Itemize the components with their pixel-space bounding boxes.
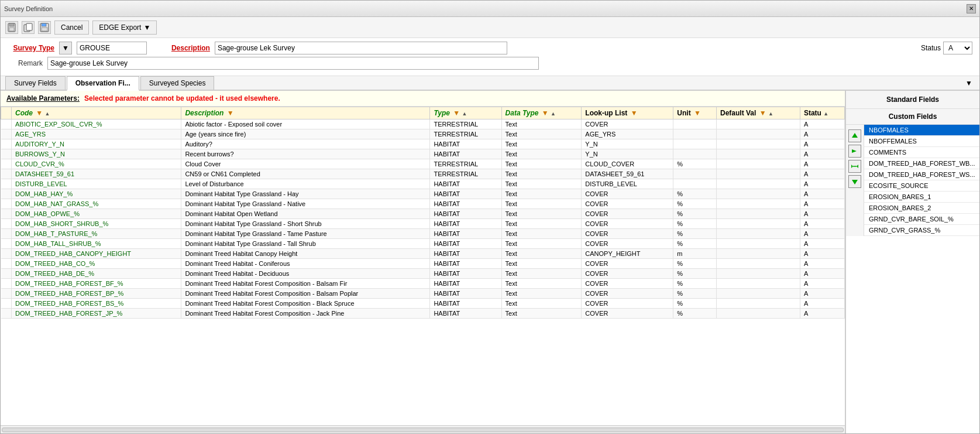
table-row[interactable]: DOM_TREED_HAB_CANOPY_HEIGHT Dominant Tre…: [1, 249, 845, 259]
col-header-default-val[interactable]: Default Val ▼ ▲: [717, 107, 800, 119]
dtype-filter-icon: ▼: [542, 109, 549, 117]
move-left-right-button[interactable]: [848, 160, 861, 173]
svg-marker-10: [851, 165, 853, 168]
table-row[interactable]: AGE_YRS Age (years since fire) TERRESTRI…: [1, 129, 845, 139]
table-row[interactable]: CLOUD_CVR_% Cloud Cover TERRESTRIAL Text…: [1, 159, 845, 169]
row-selector[interactable]: [1, 309, 12, 319]
table-row[interactable]: ABIOTIC_EXP_SOIL_CVR_% Abiotic factor - …: [1, 119, 845, 129]
custom-field-item[interactable]: GRND_CVR_GRASS_%: [864, 225, 979, 236]
col-header-description[interactable]: Description ▼: [181, 107, 430, 119]
description-input[interactable]: [215, 42, 507, 54]
table-row[interactable]: DOM_TREED_HAB_FOREST_BS_% Dominant Treed…: [1, 299, 845, 309]
cell-code: DOM_TREED_HAB_FOREST_BP_%: [12, 289, 181, 299]
cell-description: Dominant Habitat Type Grassland - Tame P…: [181, 229, 430, 239]
table-row[interactable]: DOM_HAB_OPWE_% Dominant Habitat Open Wet…: [1, 209, 845, 219]
row-selector[interactable]: [1, 259, 12, 269]
row-selector[interactable]: [1, 129, 12, 139]
row-selector[interactable]: [1, 269, 12, 279]
custom-field-item[interactable]: NBOFFEMALES: [864, 136, 979, 147]
save-icon[interactable]: [5, 21, 18, 34]
cell-unit: %: [673, 159, 717, 169]
cell-type: TERRESTRIAL: [430, 169, 501, 179]
status-select[interactable]: A I: [943, 42, 972, 54]
cell-lookup: CANOPY_HEIGHT: [582, 249, 673, 259]
row-selector[interactable]: [1, 179, 12, 189]
cancel-button[interactable]: Cancel: [54, 20, 89, 35]
survey-type-label[interactable]: Survey Type: [8, 44, 54, 52]
close-button[interactable]: ✕: [967, 4, 976, 13]
scrollbar-track[interactable]: [2, 428, 844, 432]
svg-rect-7: [42, 28, 47, 31]
remark-input[interactable]: [47, 57, 539, 70]
cell-type: HABITAT: [430, 299, 501, 309]
row-selector[interactable]: [1, 219, 12, 229]
cell-lookup: COVER: [582, 309, 673, 319]
row-selector[interactable]: [1, 159, 12, 169]
survey-type-dropdown[interactable]: ▼: [59, 42, 72, 54]
col-header-lookup[interactable]: Look-up List ▼: [582, 107, 673, 119]
row-selector[interactable]: [1, 289, 12, 299]
col-header-unit[interactable]: Unit ▼: [673, 107, 717, 119]
custom-fields-title: Custom Fields: [846, 109, 979, 125]
table-row[interactable]: DISTURB_LEVEL Level of Disturbance HABIT…: [1, 179, 845, 189]
col-header-status[interactable]: Statu ▲: [800, 107, 844, 119]
custom-field-item[interactable]: GRND_CVR_BARE_SOIL_%: [864, 214, 979, 225]
custom-field-item[interactable]: EROSION_BARES_1: [864, 192, 979, 203]
horizontal-scrollbar[interactable]: [1, 425, 845, 433]
custom-field-item[interactable]: ECOSITE_SOURCE: [864, 180, 979, 192]
table-row[interactable]: DOM_TREED_HAB_CO_% Dominant Treed Habita…: [1, 259, 845, 269]
tab-survey-fields[interactable]: Survey Fields: [5, 76, 66, 90]
table-row[interactable]: DOM_HAB_SHORT_SHRUB_% Dominant Habitat T…: [1, 219, 845, 229]
cell-data-type: Text: [501, 179, 582, 189]
row-selector[interactable]: [1, 119, 12, 129]
row-selector[interactable]: [1, 199, 12, 209]
tab-observation-fi[interactable]: Observation Fi...: [67, 76, 139, 91]
table-row[interactable]: DOM_HAB_NAT_GRASS_% Dominant Habitat Typ…: [1, 199, 845, 209]
table-row[interactable]: DOM_TREED_HAB_FOREST_BF_% Dominant Treed…: [1, 279, 845, 289]
params-table-container[interactable]: Code ▼ ▲ Description ▼ Type ▼ ▲: [1, 107, 845, 425]
table-row[interactable]: DOM_HAB_T_PASTURE_% Dominant Habitat Typ…: [1, 229, 845, 239]
table-row[interactable]: AUDITORY_Y_N Auditory? HABITAT Text Y_N …: [1, 139, 845, 149]
custom-field-item[interactable]: NBOFMALES: [864, 125, 979, 136]
table-row[interactable]: DOM_TREED_HAB_FOREST_JP_% Dominant Treed…: [1, 309, 845, 319]
move-right-button[interactable]: [848, 145, 861, 158]
col-header-type[interactable]: Type ▼ ▲: [430, 107, 501, 119]
row-selector[interactable]: [1, 299, 12, 309]
col-header-data-type[interactable]: Data Type ▼ ▲: [501, 107, 582, 119]
table-row[interactable]: DOM_HAB_TALL_SHRUB_% Dominant Habitat Ty…: [1, 239, 845, 249]
row-selector[interactable]: [1, 169, 12, 179]
col-header-code[interactable]: Code ▼ ▲: [12, 107, 181, 119]
custom-field-item[interactable]: COMMENTS: [864, 147, 979, 158]
copy-icon[interactable]: [22, 21, 35, 34]
edge-export-button[interactable]: EDGE Export ▼: [92, 20, 157, 35]
table-row[interactable]: BURROWS_Y_N Recent burrows? HABITAT Text…: [1, 149, 845, 159]
table-row[interactable]: DOM_HAB_HAY_% Dominant Habitat Type Gras…: [1, 189, 845, 199]
row-selector[interactable]: [1, 229, 12, 239]
row-selector[interactable]: [1, 139, 12, 149]
row-selector[interactable]: [1, 279, 12, 289]
row-selector[interactable]: [1, 149, 12, 159]
cell-type: HABITAT: [430, 189, 501, 199]
window-title: Survey Definition: [4, 5, 967, 12]
description-label[interactable]: Description: [163, 44, 210, 52]
move-down-button[interactable]: [848, 175, 861, 188]
table-row[interactable]: DOM_TREED_HAB_FOREST_BP_% Dominant Treed…: [1, 289, 845, 299]
cell-description: Cloud Cover: [181, 159, 430, 169]
cell-type: HABITAT: [430, 309, 501, 319]
disk-icon[interactable]: [38, 21, 51, 34]
form-row-survey-type: Survey Type ▼ Description Status A I: [8, 42, 972, 54]
row-selector[interactable]: [1, 249, 12, 259]
tab-arrow-icon[interactable]: ▼: [963, 77, 975, 90]
custom-field-item[interactable]: DOM_TREED_HAB_FOREST_WS...: [864, 169, 979, 180]
row-selector[interactable]: [1, 239, 12, 249]
custom-field-item[interactable]: EROSION_BARES_2: [864, 203, 979, 214]
tab-surveyed-species[interactable]: Surveyed Species: [140, 76, 215, 90]
table-row[interactable]: DOM_TREED_HAB_DE_% Dominant Treed Habita…: [1, 269, 845, 279]
params-header: Available Parameters: Selected parameter…: [1, 91, 845, 107]
table-row[interactable]: DATASHEET_59_61 CN59 or CN61 Completed T…: [1, 169, 845, 179]
row-selector[interactable]: [1, 189, 12, 199]
custom-field-item[interactable]: DOM_TREED_HAB_FOREST_WB...: [864, 158, 979, 169]
move-up-button[interactable]: [848, 129, 861, 142]
survey-type-input[interactable]: [77, 42, 147, 54]
row-selector[interactable]: [1, 209, 12, 219]
